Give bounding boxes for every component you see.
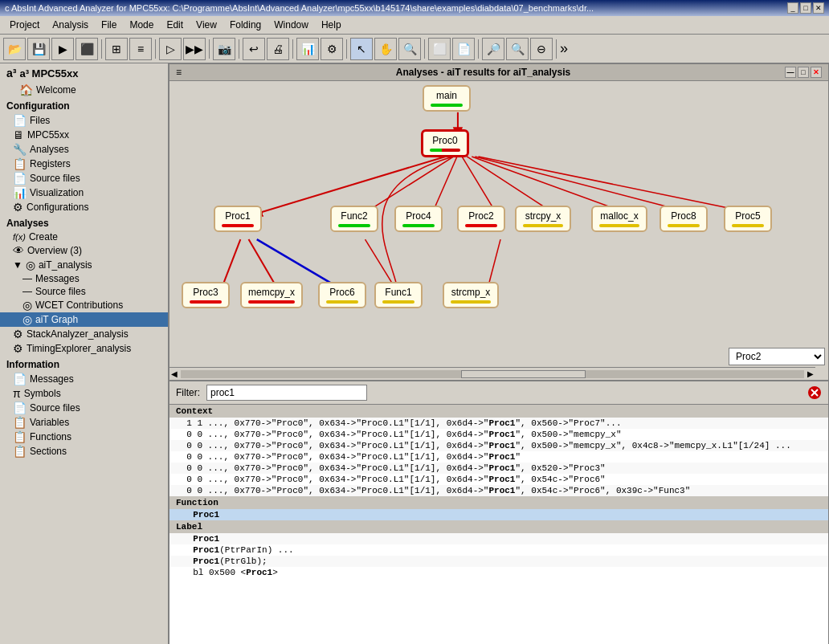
node-main[interactable]: main [423, 85, 471, 112]
sidebar-item-source-files-info[interactable]: 📄 Source files [0, 401, 168, 415]
sidebar-welcome-label: Welcome [36, 84, 76, 96]
menu-view[interactable]: View [190, 18, 223, 32]
sidebar-item-source-files-analysis[interactable]: — Source files [0, 285, 168, 298]
graph-hscroll-track[interactable] [181, 370, 804, 378]
sidebar-item-overview[interactable]: 👁 Overview (3) [0, 243, 168, 258]
menu-mode[interactable]: Mode [123, 18, 160, 32]
maximize-button[interactable]: □ [800, 2, 811, 14]
graph-scrollbar[interactable]: ◀ ▶ [169, 367, 815, 380]
node-proc5[interactable]: Proc5 [724, 206, 772, 232]
minimize-button[interactable]: _ [787, 2, 798, 14]
label-row-2[interactable]: Proc1(PtrParIn) ... [169, 544, 828, 556]
toolbar-camera-button[interactable]: 📷 [213, 38, 235, 60]
context-row-4[interactable]: 0 0 ..., 0x770->"Proc0", 0x634->"Proc0.L… [169, 451, 828, 463]
filter-clear-button[interactable] [807, 385, 822, 400]
sidebar-item-ait-graph[interactable]: ◎ aiT Graph [0, 312, 168, 327]
configurations-icon: ⚙ [13, 201, 23, 214]
graph-hscroll-thumb[interactable] [461, 370, 586, 378]
node-proc6[interactable]: Proc6 [318, 282, 366, 308]
context-bold-6: Proc1 [488, 475, 515, 484]
toolbar-play-button[interactable]: ▷ [159, 38, 182, 60]
proc-dropdown[interactable]: Proc0 Proc1 Proc2 Proc3 Proc4 Proc5 Proc… [729, 348, 825, 365]
sidebar-item-mpc55xx[interactable]: 🖥 MPC55xx [0, 128, 168, 142]
sidebar-item-info-messages[interactable]: 📄 Messages [0, 372, 168, 386]
toolbar-pointer-button[interactable]: ↖ [350, 38, 373, 60]
sidebar-item-source-files-config[interactable]: 📄 Source files [0, 171, 168, 185]
sidebar-item-symbols[interactable]: π Symbols [0, 386, 168, 401]
toolbar-page-button[interactable]: 📄 [452, 38, 475, 60]
toolbar-more-button[interactable]: » [560, 40, 568, 57]
context-row-3[interactable]: 0 0 ..., 0x770->"Proc0", 0x634->"Proc0.L… [169, 440, 828, 451]
node-proc8[interactable]: Proc8 [660, 206, 708, 232]
context-row-6[interactable]: 0 0 ..., 0x770->"Proc0", 0x634->"Proc0.L… [169, 474, 828, 485]
sidebar-item-functions[interactable]: 📋 Functions [0, 430, 168, 444]
close-button[interactable]: ✕ [813, 2, 824, 14]
toolbar-chart-button[interactable]: 📊 [296, 38, 319, 60]
sidebar-item-files[interactable]: 📄 Files [0, 113, 168, 128]
sidebar-item-sections[interactable]: 📋 Sections [0, 444, 168, 459]
menu-window[interactable]: Window [267, 18, 315, 32]
toolbar-print-button[interactable]: 🖨 [267, 38, 289, 60]
menu-file[interactable]: File [95, 18, 123, 32]
sidebar-item-variables[interactable]: 📋 Variables [0, 415, 168, 430]
sidebar-item-configurations[interactable]: ⚙ Configurations [0, 200, 168, 214]
sidebar-item-create[interactable]: f(x) Create [0, 230, 168, 243]
scroll-left-button[interactable]: ◀ [169, 369, 179, 378]
toolbar-stop-button[interactable]: ⬛ [76, 38, 98, 60]
sidebar-item-timing-explorer[interactable]: ⚙ TimingExplorer_analysis [0, 341, 168, 356]
node-memcpy-x[interactable]: memcpy_x [240, 282, 303, 308]
node-strcmp-x[interactable]: strcmp_x [443, 282, 499, 308]
window-controls: _ □ ✕ [787, 2, 824, 14]
label-row-1[interactable]: Proc1 [169, 533, 828, 544]
toolbar-zoom-button[interactable]: 🔍 [398, 38, 421, 60]
menu-help[interactable]: Help [315, 18, 348, 32]
toolbar-back-button[interactable]: ↩ [243, 38, 265, 60]
menu-project[interactable]: Project [3, 18, 46, 32]
graph-maximize-button[interactable]: □ [798, 67, 809, 78]
graph-pin-button[interactable]: — [785, 67, 796, 78]
toolbar-rect-button[interactable]: ⬜ [428, 38, 451, 60]
menu-edit[interactable]: Edit [160, 18, 190, 32]
sidebar-item-visualization[interactable]: 📊 Visualization [0, 185, 168, 200]
node-func1[interactable]: Func1 [374, 282, 423, 308]
function-row[interactable]: Proc1 [169, 509, 828, 520]
sidebar-welcome[interactable]: 🏠 Welcome [0, 83, 168, 97]
node-malloc-x[interactable]: malloc_x [591, 206, 647, 232]
context-row-5[interactable]: 0 0 ..., 0x770->"Proc0", 0x634->"Proc0.L… [169, 463, 828, 474]
sidebar-item-ait-analysis[interactable]: ▼ ◎ aiT_analysis [0, 258, 168, 272]
menu-analysis[interactable]: Analysis [46, 18, 95, 32]
toolbar-list-button[interactable]: ≡ [129, 38, 152, 60]
menu-folding[interactable]: Folding [223, 18, 267, 32]
sidebar-item-analyses-config[interactable]: 🔧 Analyses [0, 142, 168, 157]
toolbar-run-button[interactable]: ▶ [51, 38, 74, 60]
scroll-right-button[interactable]: ▶ [806, 369, 815, 378]
toolbar-settings-button[interactable]: ⚙ [321, 38, 343, 60]
node-proc2[interactable]: Proc2 [457, 206, 505, 232]
toolbar-open-button[interactable]: 📂 [3, 38, 26, 60]
node-proc3[interactable]: Proc3 [182, 282, 230, 308]
context-row-7[interactable]: 0 0 ..., 0x770->"Proc0", 0x634->"Proc0.L… [169, 485, 828, 496]
sidebar-item-messages[interactable]: — Messages [0, 272, 168, 285]
toolbar-zoom-out-button[interactable]: 🔍 [506, 38, 529, 60]
node-proc4[interactable]: Proc4 [394, 206, 443, 232]
filter-input[interactable] [206, 385, 367, 401]
label-row-4[interactable]: bl 0x500 <Proc1> [169, 567, 828, 578]
context-row-2[interactable]: 0 0 ..., 0x770->"Proc0", 0x634->"Proc0.L… [169, 429, 828, 440]
node-proc0[interactable]: Proc0 [421, 129, 469, 157]
toolbar-grid-button[interactable]: ⊞ [105, 38, 128, 60]
toolbar-zoom-fit-button[interactable]: ⊖ [530, 38, 553, 60]
toolbar-pan-button[interactable]: ✋ [374, 38, 397, 60]
node-proc1[interactable]: Proc1 [214, 206, 262, 232]
sidebar-item-wcet[interactable]: ◎ WCET Contributions [0, 298, 168, 312]
label-row-3[interactable]: Proc1(PtrGlb); [169, 556, 828, 567]
toolbar-zoom-in-button[interactable]: 🔎 [482, 38, 504, 60]
sidebar-item-registers[interactable]: 📋 Registers [0, 157, 168, 171]
node-func2[interactable]: Func2 [330, 206, 378, 232]
sidebar-item-stack-analyzer[interactable]: ⚙ StackAnalyzer_analysis [0, 327, 168, 341]
toolbar-save-button[interactable]: 💾 [27, 38, 50, 60]
node-strcpy-x[interactable]: strcpy_x [515, 206, 571, 232]
toolbar-forward-button[interactable]: ▶▶ [183, 38, 206, 60]
graph-close-button[interactable]: ✕ [811, 67, 822, 78]
context-row-1[interactable]: 1 1 ..., 0x770->"Proc0", 0x634->"Proc0.L… [169, 418, 828, 429]
filter-label: Filter: [176, 387, 200, 398]
